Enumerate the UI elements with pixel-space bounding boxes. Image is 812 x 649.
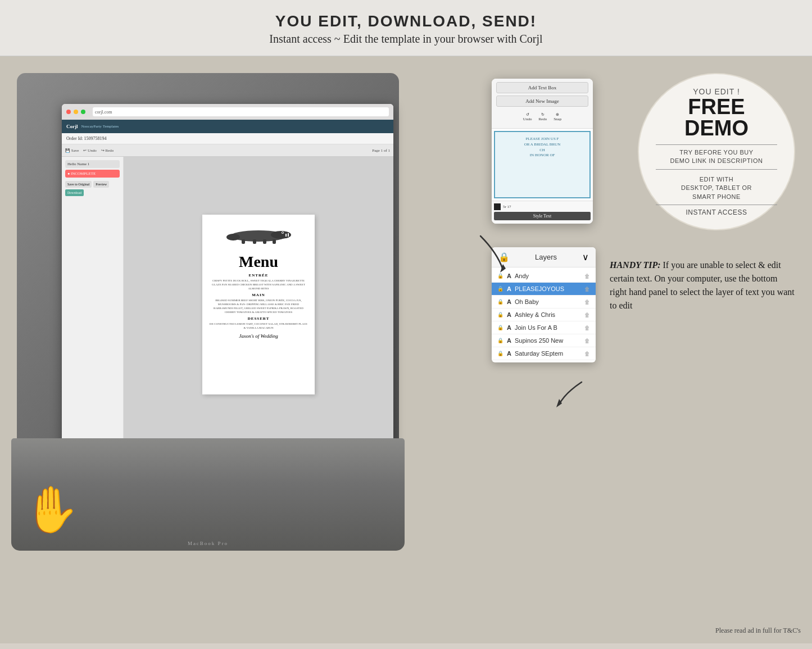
panel-actions: Save to Original Preview Download <box>65 181 120 196</box>
demo-divider-2 <box>656 169 777 170</box>
phone-canvas[interactable]: PLEASE JOIN US F OR A BRIDAL BRUN CH IN … <box>494 131 591 198</box>
arrow-1-svg <box>469 230 514 275</box>
demo-divider-1 <box>656 144 777 145</box>
header-subtitle: Instant access ~ Edit the template in yo… <box>0 33 812 46</box>
svg-rect-9 <box>285 234 287 237</box>
layer-delete-icon[interactable]: 🗑 <box>584 312 590 318</box>
free-demo-circle: YOU EDIT ! FREE DEMO TRY BEFORE YOU BUYD… <box>638 73 795 230</box>
demo-instant-access: INSTANT ACCESS <box>686 208 747 216</box>
layer-item-1[interactable]: 🔒 A PLEASEJOYOUS 🗑 <box>492 283 596 296</box>
menu-dessert-label: DESSERT <box>209 316 308 321</box>
arrow-2-svg <box>548 376 593 410</box>
redo-label: Redo <box>538 117 547 121</box>
menu-dessert-items: DE-CONSTRUCTED LEMON TART, COCONUT SALAD… <box>209 322 308 330</box>
redo-control[interactable]: ↻ Redo <box>538 112 547 121</box>
macbook-label: MacBook Pro <box>188 541 228 546</box>
layer-type-icon: A <box>507 350 511 357</box>
layer-lock-icon: 🔒 <box>497 325 503 330</box>
alligator-illustration <box>209 224 308 248</box>
phone-canvas-text: PLEASE JOIN US F OR A BRIDAL BRUN CH IN … <box>500 137 585 158</box>
panel-step1: Hello Name 1 <box>65 160 120 168</box>
layers-chevron[interactable]: ∨ <box>582 252 589 262</box>
corjl-left-panel: Hello Name 1 ● INCOMPLETE Save to Origin… <box>62 157 124 452</box>
toolbar-redo[interactable]: ↪ Redo <box>101 148 114 153</box>
save-orig-btn[interactable]: Save to Original <box>65 181 92 188</box>
phone-mockup: Add Text Box Add New Image ↺ Undo ↻ Redo… <box>492 79 593 224</box>
layer-delete-icon[interactable]: 🗑 <box>584 338 590 344</box>
layer-item-3[interactable]: 🔒 A Ashley & Chris 🗑 <box>492 308 596 321</box>
layer-delete-icon[interactable]: 🗑 <box>584 325 590 331</box>
menu-entree-items: CRISPY PETITE DUCK ROLL, SWEET TEQUALA C… <box>209 279 308 291</box>
svg-rect-10 <box>288 233 289 237</box>
header-banner: YOU EDIT, DOWNLOAD, SEND! Instant access… <box>0 0 812 56</box>
layer-item-6[interactable]: 🔒 A Saturday SEptem 🗑 <box>492 347 596 360</box>
layer-item-2[interactable]: 🔒 A Oh Baby 🗑 <box>492 296 596 308</box>
style-text-btn[interactable]: Style Text <box>494 212 591 220</box>
menu-entree-label: ENTRÉE <box>209 273 308 278</box>
demo-divider-3 <box>656 205 777 205</box>
svg-point-8 <box>282 232 283 233</box>
layer-delete-icon[interactable]: 🗑 <box>584 286 590 292</box>
arrow-to-layers <box>548 376 593 412</box>
corjl-toolbar[interactable]: 💾 Save ↩ Undo ↪ Redo Page 1 of 1 <box>62 144 393 157</box>
layer-delete-icon[interactable]: 🗑 <box>584 273 590 279</box>
layer-type-icon: A <box>507 285 511 292</box>
layer-name: Join Us For A B <box>515 324 581 331</box>
corjl-nav-template: NoocayParty Templates <box>81 124 119 129</box>
snap-label: Snap <box>554 117 561 121</box>
undo-control[interactable]: ↺ Undo <box>523 112 532 121</box>
layer-lock-icon: 🔒 <box>497 338 503 343</box>
layer-item-4[interactable]: 🔒 A Join Us For A B 🗑 <box>492 321 596 334</box>
phone-editor: 5r 17 Style Text <box>492 201 593 224</box>
layer-type-icon: A <box>507 298 511 305</box>
layer-name: PLEASEJOYOUS <box>515 285 581 292</box>
main-area: corjl.com Corjl NoocayParty Templates Or… <box>0 56 812 643</box>
browser-window: corjl.com Corjl NoocayParty Templates Or… <box>62 104 393 452</box>
phone-format-row: 5r 17 <box>494 203 591 210</box>
layer-type-icon: A <box>507 311 511 318</box>
menu-card: Menu ENTRÉE CRISPY PETITE DUCK ROLL, SWE… <box>202 215 315 394</box>
menu-brand: Jaxon's of Wedding <box>209 333 308 339</box>
undo-icon: ↺ <box>526 112 529 117</box>
snap-icon: ⊕ <box>556 112 559 117</box>
toolbar-save[interactable]: 💾 Save <box>65 148 79 153</box>
color-swatch[interactable] <box>494 203 501 210</box>
minimize-dot[interactable] <box>74 110 78 114</box>
demo-try-before: TRY BEFORE YOU BUYDEMO LINK IN DESCRIPTI… <box>670 148 763 166</box>
corjl-main-layout: Hello Name 1 ● INCOMPLETE Save to Origin… <box>62 157 393 452</box>
corjl-canvas[interactable]: Menu ENTRÉE CRISPY PETITE DUCK ROLL, SWE… <box>124 157 393 452</box>
handy-tip-label: HANDY TIP: <box>610 260 661 270</box>
tandc-text: Please read ad in full for T&C's <box>715 627 801 635</box>
layer-lock-icon: 🔒 <box>497 351 503 356</box>
phone-icons-row: ↺ Undo ↻ Redo ⊕ Snap <box>496 109 588 125</box>
layer-name: Saturday SEptem <box>515 350 581 357</box>
add-new-image-btn[interactable]: Add New Image <box>496 96 588 107</box>
layers-list: 🔒 A Andy 🗑 🔒 A PLEASEJOYOUS 🗑 🔒 A Oh Bab… <box>492 267 596 362</box>
handy-tip-container: HANDY TIP: If you are unable to select &… <box>610 258 795 312</box>
svg-rect-4 <box>253 239 256 244</box>
url-bar[interactable]: corjl.com <box>93 107 389 116</box>
layer-item-5[interactable]: 🔒 A Supinos 250 New 🗑 <box>492 334 596 347</box>
layer-name: Oh Baby <box>515 298 581 305</box>
url-text: corjl.com <box>95 110 112 115</box>
panel-action-buttons: Save to Original Preview Download <box>65 181 120 196</box>
download-btn[interactable]: Download <box>65 189 84 196</box>
toolbar-page: Page 1 of 1 <box>372 148 390 153</box>
demo-edit-with: EDIT WITHDESKTOP, TABLET ORSMART PHONE <box>681 175 752 201</box>
add-text-box-btn[interactable]: Add Text Box <box>496 82 588 93</box>
toolbar-undo[interactable]: ↩ Undo <box>83 148 96 153</box>
layer-delete-icon[interactable]: 🗑 <box>584 299 590 305</box>
layer-delete-icon[interactable]: 🗑 <box>584 351 590 357</box>
maximize-dot[interactable] <box>81 110 85 114</box>
snap-control[interactable]: ⊕ Snap <box>554 112 561 121</box>
browser-content: Corjl NoocayParty Templates Order Id: 15… <box>62 120 393 452</box>
svg-point-2 <box>226 234 240 240</box>
menu-main-items: BRAISED SUMMER BEEF SHORT RIBS, ONION PU… <box>209 298 308 314</box>
preview-btn[interactable]: Preview <box>93 181 109 188</box>
alligator-svg <box>225 224 292 246</box>
corjl-logo: Corjl <box>66 124 78 129</box>
layer-name: Andy <box>515 273 581 279</box>
svg-rect-3 <box>242 239 245 244</box>
keyboard-keys <box>11 438 405 451</box>
close-dot[interactable] <box>66 110 71 114</box>
